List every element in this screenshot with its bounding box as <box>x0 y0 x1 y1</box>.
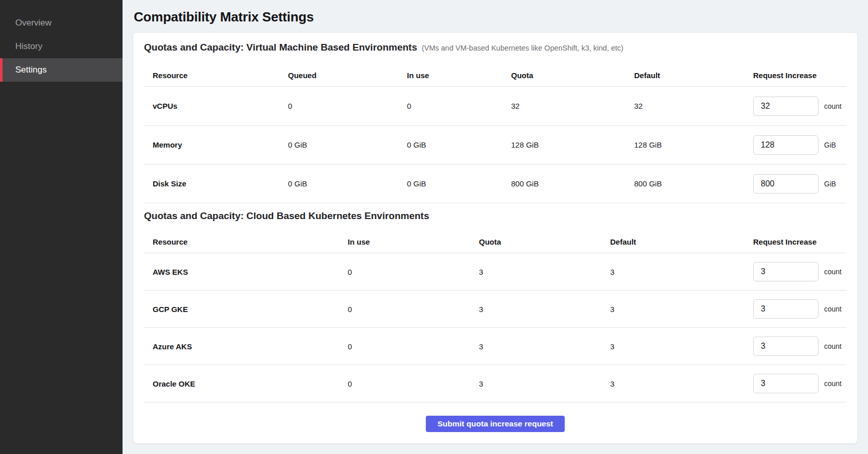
in-use-value: 0 <box>407 102 511 110</box>
request-increase-input-azure-aks[interactable] <box>753 337 818 356</box>
in-use-value: 0 GiB <box>407 179 511 188</box>
request-increase-cell: count <box>753 374 847 393</box>
vm-section-note: (VMs and VM-based Kubernetes like OpenSh… <box>422 44 623 52</box>
column-header-default: Default <box>610 237 753 246</box>
page-title: Compatibility Matrix Settings <box>134 9 858 25</box>
request-increase-cell: count <box>753 299 847 319</box>
quota-value: 128 GiB <box>511 140 634 149</box>
request-increase-input-oracle-oke[interactable] <box>753 374 818 393</box>
default-value: 3 <box>610 305 753 314</box>
column-header-resource: Resource <box>144 71 288 80</box>
column-header-default: Default <box>634 71 753 80</box>
request-increase-cell: GiB <box>753 135 847 155</box>
resource-label: Azure AKS <box>144 342 348 351</box>
resource-label: AWS EKS <box>144 268 348 276</box>
unit-label: count <box>824 102 841 110</box>
request-increase-cell: count <box>753 337 847 356</box>
in-use-value: 0 <box>348 379 479 388</box>
default-value: 3 <box>610 342 753 351</box>
cloud-quota-table: Resource In use Quota Default Request In… <box>144 225 847 402</box>
column-header-quota: Quota <box>479 237 610 246</box>
column-header-request-increase: Request Increase <box>753 71 847 80</box>
resource-label: Disk Size <box>144 179 288 188</box>
submit-quota-increase-button[interactable]: Submit quota increase request <box>426 416 565 432</box>
default-value: 3 <box>610 268 753 276</box>
vm-section-title: Quotas and Capacity: Virtual Machine Bas… <box>144 42 417 53</box>
in-use-value: 0 <box>348 342 479 351</box>
main-content: Compatibility Matrix Settings Quotas and… <box>123 0 868 454</box>
sidebar-item-overview[interactable]: Overview <box>0 11 123 35</box>
default-value: 3 <box>610 379 753 388</box>
column-header-queued: Queued <box>288 71 407 80</box>
quota-value: 3 <box>479 379 610 388</box>
column-header-resource: Resource <box>144 237 348 246</box>
unit-label: count <box>824 379 841 388</box>
table-row-vcpus: vCPUs 0 0 32 32 count <box>144 87 847 126</box>
quota-value: 32 <box>511 102 634 110</box>
resource-label: GCP GKE <box>144 305 348 314</box>
request-increase-input-aws-eks[interactable] <box>753 262 818 281</box>
queued-value: 0 <box>288 102 407 110</box>
cloud-section-header: Quotas and Capacity: Cloud Based Kuberne… <box>144 210 847 225</box>
quota-value: 3 <box>479 305 610 314</box>
quota-settings-card: Quotas and Capacity: Virtual Machine Bas… <box>133 32 858 444</box>
unit-label: count <box>824 305 841 313</box>
table-row-disk-size: Disk Size 0 GiB 0 GiB 800 GiB 800 GiB Gi… <box>144 164 847 203</box>
request-increase-cell: GiB <box>753 174 847 194</box>
resource-label: Oracle OKE <box>144 379 348 388</box>
vm-section-header: Quotas and Capacity: Virtual Machine Bas… <box>144 42 847 56</box>
in-use-value: 0 <box>348 268 479 276</box>
table-row-memory: Memory 0 GiB 0 GiB 128 GiB 128 GiB GiB <box>144 126 847 164</box>
queued-value: 0 GiB <box>288 140 407 149</box>
vm-table-header-row: Resource Queued In use Quota Default Req… <box>144 56 847 87</box>
resource-label: Memory <box>144 140 288 149</box>
column-header-in-use: In use <box>348 237 479 246</box>
vm-quota-table: Resource Queued In use Quota Default Req… <box>144 56 847 203</box>
queued-value: 0 GiB <box>288 179 407 188</box>
unit-label: GiB <box>824 180 836 188</box>
request-increase-input-disk-size[interactable] <box>753 174 818 194</box>
default-value: 32 <box>634 102 753 110</box>
unit-label: count <box>824 268 841 276</box>
card-footer: Submit quota increase request <box>144 416 847 432</box>
unit-label: count <box>824 342 841 350</box>
column-header-in-use: In use <box>407 71 511 80</box>
request-increase-cell: count <box>753 97 847 116</box>
in-use-value: 0 <box>348 305 479 314</box>
default-value: 128 GiB <box>634 140 753 149</box>
table-row-gcp-gke: GCP GKE 0 3 3 count <box>144 291 847 328</box>
quota-value: 800 GiB <box>511 179 634 188</box>
resource-label: vCPUs <box>144 102 288 110</box>
sidebar-item-settings[interactable]: Settings <box>0 58 123 82</box>
unit-label: GiB <box>824 141 836 149</box>
request-increase-input-vcpus[interactable] <box>753 97 818 116</box>
sidebar-nav: Overview History Settings <box>0 11 123 82</box>
column-header-quota: Quota <box>511 71 634 80</box>
request-increase-input-memory[interactable] <box>753 135 818 155</box>
table-row-oracle-oke: Oracle OKE 0 3 3 count <box>144 365 847 402</box>
table-row-aws-eks: AWS EKS 0 3 3 count <box>144 253 847 291</box>
cloud-section-title: Quotas and Capacity: Cloud Based Kuberne… <box>144 210 429 222</box>
quota-value: 3 <box>479 342 610 351</box>
sidebar-item-history[interactable]: History <box>0 35 123 58</box>
sidebar: Overview History Settings <box>0 0 123 454</box>
default-value: 800 GiB <box>634 179 753 188</box>
request-increase-cell: count <box>753 262 847 281</box>
cloud-table-header-row: Resource In use Quota Default Request In… <box>144 225 847 253</box>
table-row-azure-aks: Azure AKS 0 3 3 count <box>144 328 847 365</box>
quota-value: 3 <box>479 268 610 276</box>
column-header-request-increase: Request Increase <box>753 237 847 246</box>
in-use-value: 0 GiB <box>407 140 511 149</box>
request-increase-input-gcp-gke[interactable] <box>753 299 818 319</box>
